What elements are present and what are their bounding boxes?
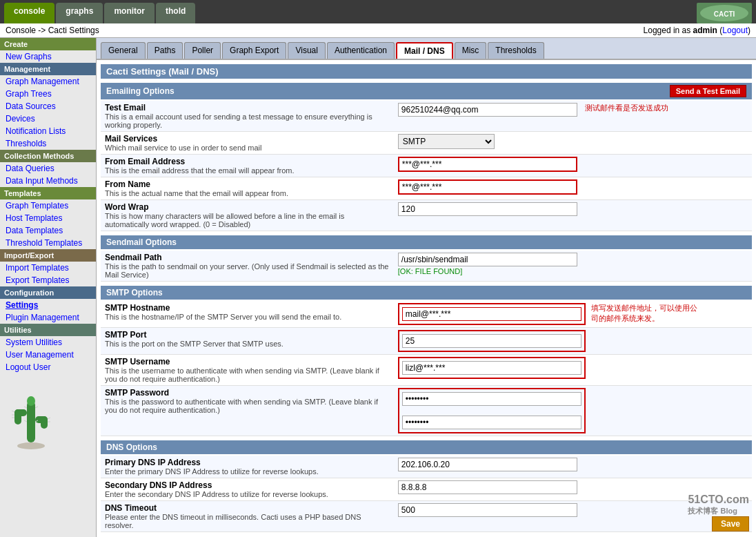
table-row: Primary DNS IP Address Enter the primary… bbox=[101, 456, 752, 478]
watermark: 51CTO.com 技术博客 Blog bbox=[688, 494, 749, 516]
mail-services-select[interactable]: SMTP Sendmail PHP Mail bbox=[398, 134, 495, 149]
secondary-dns-input[interactable] bbox=[398, 480, 577, 494]
test-email-annotation: 测试邮件看是否发送成功 bbox=[585, 103, 668, 113]
main-layout: Create New Graphs Management Graph Manag… bbox=[0, 38, 756, 537]
nav-tab-thold[interactable]: thold bbox=[156, 3, 195, 23]
save-area: Save bbox=[712, 516, 749, 531]
logout-link[interactable]: Logout bbox=[722, 26, 748, 35]
nav-tab-console[interactable]: console bbox=[4, 3, 54, 23]
tab-misc[interactable]: Misc bbox=[455, 42, 487, 59]
svg-rect-4 bbox=[27, 401, 35, 442]
smtp-password-input[interactable] bbox=[402, 392, 581, 406]
dns-timeout-input[interactable] bbox=[398, 503, 577, 517]
test-email-label: Test Email bbox=[105, 103, 390, 113]
tab-graph-export[interactable]: Graph Export bbox=[222, 42, 286, 59]
sidebar-item-logout-user[interactable]: Logout User bbox=[0, 361, 96, 373]
test-email-input[interactable] bbox=[398, 103, 577, 117]
smtp-password-desc: This is the password to authenticate wit… bbox=[105, 398, 390, 414]
settings-tabs: General Paths Poller Graph Export Visual… bbox=[97, 38, 756, 60]
smtp-password-confirm-input[interactable] bbox=[402, 416, 581, 429]
from-email-label: From Email Address bbox=[105, 157, 390, 166]
table-row: SMTP Username This is the username to au… bbox=[101, 355, 752, 386]
sidebar-item-user-management[interactable]: User Management bbox=[0, 349, 96, 361]
smtp-annotation: 填写发送邮件地址，可以使用公司的邮件系统来发。 bbox=[591, 303, 702, 324]
header-bar: Console -> Cacti Settings Logged in as a… bbox=[0, 23, 756, 38]
svg-rect-8 bbox=[35, 416, 48, 423]
smtp-username-desc: This is the username to authenticate wit… bbox=[105, 367, 390, 383]
table-row: Secondary DNS IP Address Enter the secon… bbox=[101, 478, 752, 501]
logo-area: CACTI bbox=[697, 3, 752, 23]
sidebar-item-thresholds[interactable]: Thresholds bbox=[0, 137, 96, 150]
smtp-password-label: SMTP Password bbox=[105, 388, 390, 398]
svg-line-10 bbox=[12, 411, 14, 412]
nav-tab-graphs[interactable]: graphs bbox=[56, 3, 103, 23]
smtp-hostname-input[interactable] bbox=[402, 307, 581, 321]
sidebar-header-utilities: Utilities bbox=[0, 324, 96, 336]
dns-options-header: DNS Options bbox=[101, 440, 752, 454]
svg-line-15 bbox=[24, 407, 27, 408]
sidebar-item-host-templates[interactable]: Host Templates bbox=[0, 212, 96, 224]
send-test-email-button[interactable]: Send a Test Email bbox=[670, 85, 746, 97]
smtp-hostname-desc: This is the hostname/IP of the SMTP Serv… bbox=[105, 313, 390, 321]
sidebar-item-devices[interactable]: Devices bbox=[0, 113, 96, 125]
sidebar-item-data-sources[interactable]: Data Sources bbox=[0, 100, 96, 113]
sidebar: Create New Graphs Management Graph Manag… bbox=[0, 38, 97, 537]
svg-line-16 bbox=[35, 407, 38, 408]
tab-poller[interactable]: Poller bbox=[184, 42, 221, 59]
emailing-options-table: Test Email This is a email account used … bbox=[101, 101, 752, 231]
cactus-logo bbox=[0, 373, 96, 458]
sidebar-item-graph-templates[interactable]: Graph Templates bbox=[0, 199, 96, 212]
svg-point-3 bbox=[17, 442, 45, 449]
smtp-options-table: SMTP Hostname This is the hostname/IP of… bbox=[101, 301, 752, 436]
svg-rect-6 bbox=[14, 409, 27, 416]
smtp-options-header: SMTP Options bbox=[101, 286, 752, 300]
sidebar-item-data-input-methods[interactable]: Data Input Methods bbox=[0, 175, 96, 187]
sidebar-item-import-templates[interactable]: Import Templates bbox=[0, 262, 96, 274]
tab-general[interactable]: General bbox=[101, 42, 146, 59]
sidebar-item-system-utilities[interactable]: System Utilities bbox=[0, 336, 96, 349]
sidebar-header-import-export: Import/Export bbox=[0, 249, 96, 262]
emailing-options-header: Emailing Options Send a Test Email bbox=[101, 83, 752, 99]
mail-services-label: Mail Services bbox=[105, 134, 390, 144]
mail-services-desc: Which mail service to use in order to se… bbox=[105, 144, 390, 152]
secondary-dns-label: Secondary DNS IP Address bbox=[105, 480, 390, 490]
sidebar-item-new-graphs[interactable]: New Graphs bbox=[0, 50, 96, 63]
word-wrap-input[interactable] bbox=[398, 202, 577, 216]
tab-paths[interactable]: Paths bbox=[147, 42, 183, 59]
smtp-username-input[interactable] bbox=[402, 361, 581, 375]
smtp-port-input[interactable] bbox=[402, 334, 581, 348]
svg-line-17 bbox=[24, 420, 27, 422]
sidebar-item-plugin-management[interactable]: Plugin Management bbox=[0, 311, 96, 324]
sidebar-item-data-queries[interactable]: Data Queries bbox=[0, 162, 96, 175]
file-found-status: [OK: FILE FOUND] bbox=[398, 267, 463, 275]
tab-visual[interactable]: Visual bbox=[288, 42, 325, 59]
table-row: SMTP Password This is the password to au… bbox=[101, 386, 752, 436]
sidebar-item-notification-lists[interactable]: Notification Lists bbox=[0, 125, 96, 137]
sidebar-item-graph-management[interactable]: Graph Management bbox=[0, 75, 96, 88]
sendmail-path-input[interactable] bbox=[398, 253, 577, 266]
tab-thresholds[interactable]: Thresholds bbox=[488, 42, 544, 59]
sidebar-header-create: Create bbox=[0, 38, 96, 50]
table-row: Mail Services Which mail service to use … bbox=[101, 132, 752, 155]
primary-dns-desc: Enter the primary DNS IP Address to util… bbox=[105, 467, 390, 476]
sidebar-item-data-templates[interactable]: Data Templates bbox=[0, 224, 96, 237]
sidebar-item-graph-trees[interactable]: Graph Trees bbox=[0, 88, 96, 100]
nav-tab-monitor[interactable]: monitor bbox=[104, 3, 155, 23]
smtp-username-label: SMTP Username bbox=[105, 357, 390, 367]
sidebar-header-management: Management bbox=[0, 63, 96, 75]
save-button[interactable]: Save bbox=[712, 516, 749, 531]
tab-mail-dns[interactable]: Mail / DNS bbox=[396, 42, 453, 59]
sidebar-item-threshold-templates[interactable]: Threshold Templates bbox=[0, 237, 96, 249]
primary-dns-input[interactable] bbox=[398, 458, 577, 471]
dns-timeout-label: DNS Timeout bbox=[105, 503, 390, 513]
smtp-port-label: SMTP Port bbox=[105, 330, 390, 340]
sidebar-item-settings[interactable]: Settings bbox=[0, 299, 96, 311]
from-email-input[interactable] bbox=[398, 157, 577, 172]
svg-line-13 bbox=[48, 418, 50, 419]
from-name-input[interactable] bbox=[398, 179, 577, 195]
svg-point-9 bbox=[27, 396, 35, 406]
sidebar-item-export-templates[interactable]: Export Templates bbox=[0, 274, 96, 286]
table-row: From Email Address This is the email add… bbox=[101, 155, 752, 177]
table-row: Sendmail Path This is the path to sendma… bbox=[101, 251, 752, 282]
tab-authentication[interactable]: Authentication bbox=[327, 42, 395, 59]
